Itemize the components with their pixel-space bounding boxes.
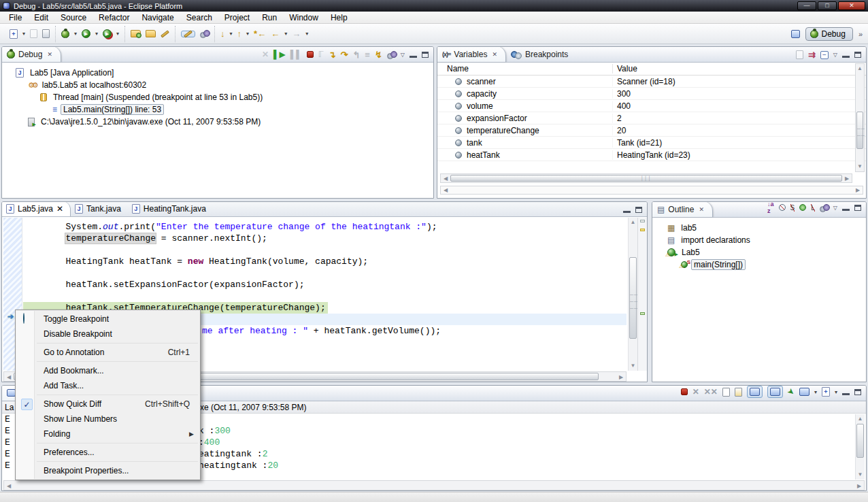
variable-row[interactable]: scannerScanner (id=18) — [437, 76, 866, 88]
tab-breakpoints[interactable]: Breakpoints — [506, 46, 576, 62]
scroll-up-icon[interactable]: ▲ — [856, 415, 865, 423]
minimize-outline-icon[interactable] — [842, 205, 850, 211]
scroll-up-icon[interactable]: ▲ — [856, 65, 864, 73]
tab-variables[interactable]: (x)= Variables ✕ — [437, 46, 506, 62]
variables-horizontal-scrollbar[interactable]: ◀ │││ ▶ — [440, 173, 852, 183]
outline-item[interactable]: ⚠▶Lab5 — [652, 246, 866, 258]
menu-file[interactable]: File — [3, 13, 28, 22]
previous-annotation-dropdown[interactable]: ▾ — [246, 31, 249, 37]
hide-local-types-icon[interactable]: L — [811, 204, 815, 212]
variable-row[interactable]: capacity300 — [437, 88, 866, 100]
maximize-editor-icon[interactable] — [635, 207, 642, 213]
menu-item-show-line-numbers[interactable]: Show Line Numbers — [16, 412, 199, 426]
editor-tab-tank-java[interactable]: JTank.java — [71, 201, 128, 216]
remove-launch-icon[interactable]: ✕ — [692, 388, 699, 396]
menu-window[interactable]: Window — [283, 13, 324, 22]
minimize-variables-icon[interactable] — [842, 52, 850, 58]
forward-icon[interactable]: → — [292, 29, 301, 38]
back-dropdown[interactable]: ▾ — [284, 31, 287, 37]
collapse-all-icon[interactable]: − — [820, 51, 829, 59]
outline-item[interactable]: ▦lab5 — [652, 222, 866, 234]
tree-item[interactable]: JLab5 [Java Application] — [2, 67, 433, 79]
mark-occurrences-toggle[interactable] — [181, 31, 195, 37]
menu-edit[interactable]: Edit — [28, 13, 54, 22]
show-type-names-icon[interactable] — [796, 50, 803, 59]
console-horizontal-scrollbar[interactable]: ◀ ▶ — [3, 480, 865, 490]
minimize-editor-icon[interactable] — [623, 207, 631, 213]
current-line-marker[interactable] — [640, 312, 645, 315]
step-return-icon[interactable]: ↰ — [352, 50, 360, 59]
menu-item-toggle-breakpoint[interactable]: Toggle Breakpoint — [16, 312, 199, 327]
maximize-view-icon[interactable] — [422, 52, 429, 58]
display-console-dropdown[interactable]: ▾ — [814, 389, 817, 395]
outline-view-dropdown-icon[interactable]: ▽ — [833, 205, 837, 211]
overview-ruler[interactable] — [637, 218, 647, 371]
open-type-icon[interactable] — [131, 30, 141, 37]
next-annotation-icon[interactable]: ↓ — [220, 29, 225, 38]
toolbar-overflow-chevron[interactable]: » — [858, 30, 863, 38]
variable-row[interactable]: tankTank (id=21) — [437, 137, 866, 149]
code-line[interactable]: System.out.print("Enter the temperature … — [23, 221, 627, 233]
menu-project[interactable]: Project — [218, 13, 256, 22]
hide-static-members-icon[interactable]: S — [790, 204, 795, 212]
new-dropdown[interactable]: ▾ — [22, 31, 25, 37]
open-console-icon[interactable]: + — [822, 387, 830, 397]
editor-tab-lab5-java[interactable]: JLab5.java✕ — [2, 201, 71, 216]
new-wizard-icon[interactable]: + — [10, 29, 18, 39]
external-tools-icon[interactable]: ▶ — [103, 29, 112, 38]
close-debug-tab-icon[interactable]: ✕ — [47, 51, 52, 58]
outline-item[interactable]: ▤import declarations — [652, 234, 866, 246]
variables-view-dropdown-icon[interactable]: ▽ — [833, 52, 837, 58]
minimize-console-icon[interactable] — [842, 389, 850, 395]
column-name[interactable]: Name — [437, 64, 613, 73]
print-icon[interactable] — [42, 29, 50, 38]
occurrence-marker[interactable] — [640, 229, 645, 231]
show-on-stdout-toggle[interactable] — [747, 386, 763, 398]
scroll-down-icon[interactable]: ▼ — [856, 163, 864, 171]
last-edit-location-icon[interactable]: *← — [254, 29, 266, 38]
open-perspective-icon[interactable] — [791, 30, 800, 38]
console-vertical-scrollbar[interactable]: ▲ ▼ — [855, 414, 865, 480]
detail-pane-scrollbar[interactable]: ◀ ▶ — [440, 186, 863, 195]
menu-item-disable-breakpoint[interactable]: Disable Breakpoint — [16, 327, 199, 341]
hide-fields-icon[interactable] — [779, 204, 786, 211]
next-annotation-dropdown[interactable]: ▾ — [230, 31, 233, 37]
run-launch-dropdown[interactable]: ▾ — [95, 31, 98, 37]
variable-row[interactable]: heatTankHeatingTank (id=23) — [437, 149, 866, 161]
external-tools-dropdown[interactable]: ▾ — [116, 31, 119, 37]
back-icon[interactable]: ← — [271, 29, 280, 38]
menu-navigate[interactable]: Navigate — [135, 13, 180, 22]
debug-launch-dropdown[interactable]: ▾ — [74, 31, 77, 37]
search-icon[interactable] — [161, 30, 169, 37]
scroll-up-icon[interactable]: ▲ — [629, 218, 637, 227]
hide-non-public-icon[interactable] — [799, 204, 806, 211]
debug-view-menu-icon[interactable] — [387, 51, 396, 58]
maximize-variables-icon[interactable] — [854, 52, 861, 58]
menu-item-folding[interactable]: Folding▶ — [16, 426, 199, 441]
outline-item[interactable]: S⚠main(String[]) — [652, 258, 866, 271]
menu-item-go-to-annotation[interactable]: Go to AnnotationCtrl+1 — [16, 345, 199, 360]
scroll-right-icon[interactable]: ▶ — [856, 482, 863, 490]
open-resource-icon[interactable] — [146, 30, 156, 37]
drop-to-frame-icon[interactable]: ≡ — [365, 50, 370, 59]
pin-console-icon[interactable]: ➤ — [786, 386, 797, 397]
show-logical-structure-icon[interactable]: ⇉ — [808, 50, 816, 59]
menu-help[interactable]: Help — [324, 13, 354, 22]
outline-view-menu-icon[interactable] — [820, 204, 829, 212]
variable-row[interactable]: temperatureChange20 — [437, 124, 866, 137]
column-value[interactable]: Value — [613, 64, 637, 73]
tab-debug[interactable]: Debug ✕ — [2, 46, 61, 62]
menu-item-show-quick-diff[interactable]: ✓Show Quick DiffCtrl+Shift+Q — [16, 397, 199, 412]
step-over-icon[interactable]: ↷ — [341, 50, 348, 59]
tree-item[interactable]: ⚙⚙lab5.Lab5 at localhost:60302 — [2, 79, 433, 91]
resume-icon[interactable]: ▌▶ — [273, 50, 286, 59]
debug-launch-icon[interactable] — [61, 30, 69, 38]
scroll-right-icon[interactable]: ▶ — [618, 373, 624, 382]
code-line[interactable]: heatTank.setExpansionFactor(expansionFac… — [23, 279, 627, 290]
menu-refactor[interactable]: Refactor — [93, 13, 135, 22]
forward-dropdown[interactable]: ▾ — [305, 31, 308, 37]
remove-all-terminated-icon[interactable]: ✕✕ — [704, 388, 718, 396]
scroll-right-icon[interactable]: ▶ — [844, 175, 850, 183]
maximize-outline-icon[interactable] — [854, 205, 861, 211]
scroll-lock-icon[interactable] — [735, 388, 742, 397]
